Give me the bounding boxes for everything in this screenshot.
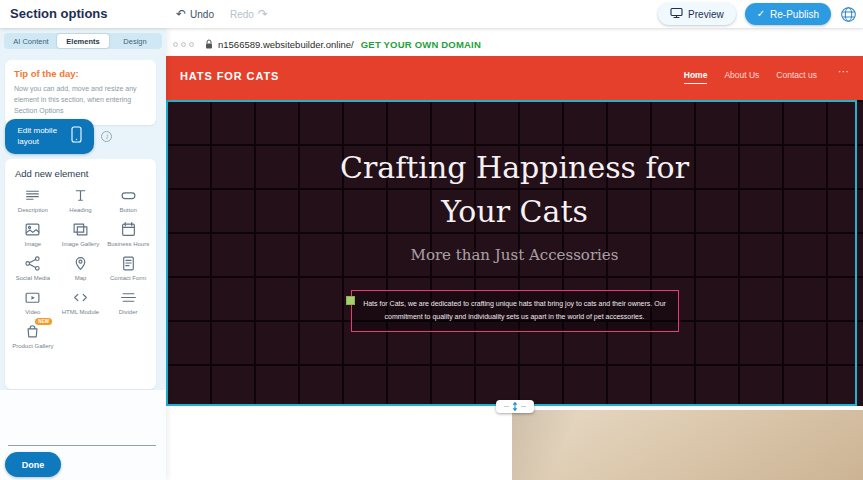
history-controls: ↶ Undo Redo ↷ <box>176 0 268 28</box>
business-hours-icon <box>120 221 137 238</box>
tab-elements[interactable]: Elements <box>57 34 109 48</box>
check-icon: ✓ <box>757 9 765 19</box>
tab-ai-content[interactable]: AI Content <box>5 34 57 48</box>
preview-button[interactable]: Preview <box>658 3 736 25</box>
hero-subheading[interactable]: More than Just Accessories <box>411 246 619 264</box>
hero-section: Crafting Happiness for Your Cats More th… <box>166 100 863 406</box>
description-icon <box>24 187 41 204</box>
sidebar: AI Content Elements Design Tip of the da… <box>0 28 166 480</box>
site-header: HATS FOR CATS Home About Us Contact us ⋯ <box>166 56 863 100</box>
browser-chrome-bar: n1566589.websitebuilder.online/ GET YOUR… <box>166 35 863 53</box>
hero-heading[interactable]: Crafting Happiness for Your Cats <box>340 146 689 233</box>
html-module-icon <box>72 289 89 306</box>
language-globe-icon[interactable] <box>840 6 857 23</box>
info-icon[interactable]: i <box>101 131 112 142</box>
republish-button[interactable]: ✓ Re-Publish <box>745 3 831 25</box>
contact-form-icon <box>120 255 137 272</box>
hero-content: Crafting Happiness for Your Cats More th… <box>166 100 863 406</box>
site-url: n1566589.websitebuilder.online/ <box>218 39 354 50</box>
next-section-sand-image <box>512 410 863 480</box>
add-element-image-gallery[interactable]: Image Gallery <box>57 219 105 248</box>
window-dot-icon <box>181 42 186 47</box>
add-element-description[interactable]: Description <box>9 185 57 214</box>
nav-item-contact-us[interactable]: Contact us <box>776 70 817 84</box>
nav-more-icon[interactable]: ⋯ <box>838 65 849 78</box>
add-element-contact-form[interactable]: Contact Form <box>104 253 152 282</box>
divider-icon <box>120 289 137 306</box>
tip-heading: Tip of the day: <box>14 68 147 79</box>
window-dot-icon <box>189 42 194 47</box>
mobile-phone-icon <box>71 126 82 147</box>
tip-of-the-day-card: Tip of the day: Now you can add, move an… <box>5 60 156 125</box>
sidebar-tabs: AI Content Elements Design <box>4 33 162 49</box>
nav-item-home[interactable]: Home <box>684 70 708 84</box>
element-drag-handle[interactable] <box>346 296 355 305</box>
add-element-social-media[interactable]: Social Media <box>9 253 57 282</box>
map-icon <box>72 255 89 272</box>
hero-heading-line2: Your Cats <box>441 194 588 229</box>
image-gallery-icon <box>72 221 89 238</box>
tab-design[interactable]: Design <box>109 34 161 48</box>
done-button[interactable]: Done <box>5 452 61 477</box>
add-element-video[interactable]: Video <box>9 287 57 316</box>
sidebar-divider <box>8 445 156 446</box>
video-icon <box>24 289 41 306</box>
add-element-panel: Add new element Description Heading Butt… <box>5 159 156 389</box>
add-element-html-module[interactable]: HTML Module <box>57 287 105 316</box>
add-element-divider[interactable]: Divider <box>104 287 152 316</box>
tip-body: Now you can add, move and resize any ele… <box>14 84 147 117</box>
redo-icon: ↷ <box>258 8 268 20</box>
get-domain-link[interactable]: GET YOUR OWN DOMAIN <box>361 39 481 50</box>
republish-label: Re-Publish <box>770 9 819 20</box>
undo-icon: ↶ <box>176 8 186 20</box>
redo-button[interactable]: Redo ↷ <box>230 8 268 20</box>
button-icon <box>120 187 137 204</box>
hero-heading-line1: Crafting Happiness for <box>340 150 689 185</box>
add-element-map[interactable]: Map <box>57 253 105 282</box>
add-element-heading[interactable]: Heading <box>57 185 105 214</box>
monitor-icon <box>670 7 683 21</box>
add-element-image[interactable]: Image <box>9 219 57 248</box>
site-preview: HATS FOR CATS Home About Us Contact us ⋯… <box>166 56 863 480</box>
new-badge: NEW <box>35 318 52 325</box>
hero-paragraph[interactable]: Hats for Cats, we are dedicated to craft… <box>351 290 679 332</box>
element-grid: Description Heading Button Image <box>5 182 156 353</box>
undo-label: Undo <box>190 9 214 20</box>
edit-mobile-layout-label: Edit mobile layout <box>18 126 64 148</box>
add-element-title: Add new element <box>5 159 156 182</box>
site-nav: Home About Us Contact us <box>684 70 817 84</box>
redo-label: Redo <box>230 9 254 20</box>
heading-icon <box>72 187 89 204</box>
hero-paragraph-text: Hats for Cats, we are dedicated to craft… <box>363 300 666 320</box>
add-element-business-hours[interactable]: Business Hours <box>104 219 152 248</box>
top-toolbar: Section options ↶ Undo Redo ↷ Preview ✓ … <box>0 0 863 28</box>
preview-label: Preview <box>688 9 724 20</box>
product-gallery-icon <box>24 323 41 340</box>
window-dot-icon <box>173 42 178 47</box>
add-element-product-gallery[interactable]: NEW Product Gallery <box>9 321 57 350</box>
social-media-icon <box>24 255 41 272</box>
section-resize-handle[interactable] <box>496 400 534 413</box>
topbar-actions: Preview ✓ Re-Publish <box>658 3 857 25</box>
image-icon <box>24 221 41 238</box>
editor-canvas: n1566589.websitebuilder.online/ GET YOUR… <box>166 28 863 480</box>
site-logo: HATS FOR CATS <box>180 70 279 82</box>
undo-button[interactable]: ↶ Undo <box>176 8 214 20</box>
nav-item-about-us[interactable]: About Us <box>724 70 759 84</box>
edit-mobile-layout-button[interactable]: Edit mobile layout <box>5 119 94 154</box>
lock-icon <box>205 35 213 53</box>
add-element-button[interactable]: Button <box>104 185 152 214</box>
page-title: Section options <box>10 6 108 21</box>
